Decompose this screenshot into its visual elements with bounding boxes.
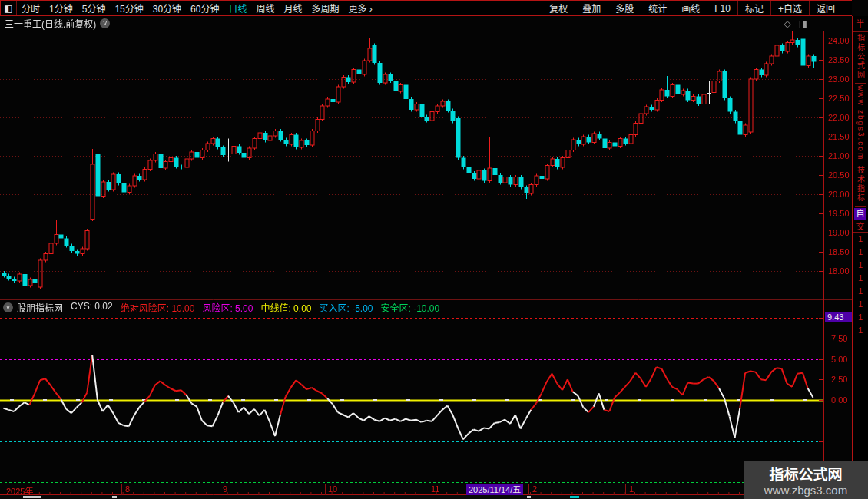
indicator-tick-label: 5.00	[831, 355, 847, 364]
sidebar-vertical-text[interactable]: 指标公式网	[855, 34, 866, 84]
sidebar-digit: 1	[853, 311, 868, 324]
title-row: 三一重工(日线.前复权) v ◇ ◨	[0, 17, 852, 30]
price-tick-label: 22.00	[828, 113, 850, 122]
indicator-collapse-icon[interactable]: v	[3, 302, 13, 312]
sidebar-vertical-text[interactable]: 技术指标	[855, 166, 866, 207]
price-tick-label: 20.00	[828, 190, 850, 199]
toolbar-button[interactable]: 多股	[608, 1, 641, 15]
toolbar-actions: 复权叠加多股统计画线F10标记+自选返回	[542, 1, 842, 15]
indicator-field: 安全区: -10.00	[381, 301, 440, 314]
indicator-value-badge: 9.43	[825, 312, 854, 322]
price-tick-label: 20.50	[828, 170, 850, 180]
x-axis-month-label: 11	[431, 484, 439, 494]
period-tab[interactable]: 更多 ›	[344, 2, 377, 15]
sidebar-highlight-tab[interactable]: 自	[854, 208, 866, 220]
panel-toggle-icon[interactable]: ◨	[799, 18, 807, 29]
price-tick-label: 19.00	[828, 228, 850, 237]
toolbar-button[interactable]: 复权	[542, 1, 575, 15]
price-tick-label: 19.50	[828, 209, 850, 218]
toolbar-button[interactable]: +自选	[770, 1, 809, 15]
watermark-url: www.zbgs3.com	[744, 484, 868, 497]
indicator-tick-label: 7.50	[831, 334, 847, 343]
indicator-values: 股朋指标网CYS: 0.02绝对风险区: 10.00风险区: 5.00中线值: …	[17, 301, 447, 314]
bottom-partial-strip	[0, 495, 868, 499]
x-axis-month-label: 10	[328, 484, 337, 494]
indicator-tick-label: 2.50	[831, 375, 847, 384]
price-tick-label: 22.50	[828, 94, 850, 103]
partial-glyph	[527, 496, 531, 498]
diamond-icon[interactable]: ◇	[784, 18, 790, 29]
sidebar-digit: 1	[853, 298, 868, 311]
x-axis-month-label: 8	[125, 484, 130, 494]
period-tab[interactable]: 周线	[251, 2, 279, 15]
period-tab[interactable]: 分时	[17, 2, 45, 15]
right-sidebar[interactable]: 半 指标公式网www.zbgs3.com技术指标 自 交 11111111	[852, 16, 868, 499]
sidebar-sub-label: 交	[853, 220, 868, 233]
partial-glyph	[23, 496, 41, 498]
price-tick-label: 18.00	[828, 266, 850, 276]
price-tick-label: 23.50	[828, 55, 850, 64]
price-tick-label: 23.00	[828, 74, 850, 84]
partial-glyph	[112, 496, 117, 498]
indicator-field: CYS: 0.02	[71, 301, 113, 314]
indicator-field: 中线值: 0.00	[260, 301, 311, 314]
indicator-header: v 股朋指标网CYS: 0.02绝对风险区: 10.00风险区: 5.00中线值…	[0, 301, 822, 314]
indicator-field: 买入区: -5.00	[319, 301, 373, 314]
indicator-field: 风险区: 5.00	[202, 301, 253, 314]
price-tick-label: 18.50	[828, 247, 850, 256]
sidebar-digit-list: 11111111	[853, 233, 868, 337]
toolbar-button[interactable]: 叠加	[575, 1, 608, 15]
watermark: 指标公式网 www.zbgs3.com	[744, 461, 868, 499]
toolbar-button[interactable]: F10	[707, 1, 737, 15]
period-tab[interactable]: 日线	[224, 2, 251, 15]
price-tick-label: 21.50	[828, 132, 850, 141]
period-tab[interactable]: 5分钟	[78, 2, 111, 15]
partial-glyph	[570, 496, 579, 498]
period-tab[interactable]: 月线	[280, 2, 307, 15]
toolbar-button[interactable]: 画线	[674, 1, 707, 15]
period-tab[interactable]: 60分钟	[186, 2, 224, 15]
x-axis-month-label: 2	[532, 484, 537, 494]
sidebar-digit: 1	[853, 233, 868, 246]
indicator-field: 股朋指标网	[17, 301, 63, 314]
period-tab[interactable]: 15分钟	[110, 2, 147, 15]
sidebar-digit: 1	[853, 272, 868, 285]
sidebar-top-label: 半	[853, 16, 868, 32]
sidebar-vertical-text[interactable]: www.zbgs3.com	[856, 85, 865, 164]
period-tab[interactable]: 30分钟	[148, 2, 186, 15]
indicator-field: 绝对风险区: 10.00	[121, 301, 195, 314]
x-axis-month-label: 1	[629, 484, 634, 494]
watermark-title: 指标公式网	[744, 463, 868, 484]
toolbar-button[interactable]: 标记	[737, 1, 770, 15]
price-tick-label: 21.00	[828, 151, 850, 160]
sidebar-digit: 1	[853, 324, 868, 337]
period-tab[interactable]: 1分钟	[45, 2, 78, 15]
crosshair-date-badge: 2025/11/14/五	[466, 484, 523, 496]
period-tab[interactable]: 多周期	[307, 2, 344, 15]
price-tick-label: 24.00	[828, 36, 850, 45]
top-toolbar: ◧ 分时1分钟5分钟15分钟30分钟60分钟日线周线月线多周期更多 › 复权叠加…	[0, 0, 852, 16]
sidebar-sections: 指标公式网www.zbgs3.com技术指标	[853, 34, 868, 207]
toolbar-button[interactable]: 返回	[809, 1, 842, 15]
sidebar-digit: 1	[853, 285, 868, 298]
period-tabs: 分时1分钟5分钟15分钟30分钟60分钟日线周线月线多周期更多 ›	[17, 2, 377, 15]
sidebar-digit: 1	[853, 259, 868, 272]
stock-title: 三一重工(日线.前复权)	[5, 17, 96, 30]
indicator-tick-label: 0.00	[831, 395, 847, 405]
sidebar-digit: 1	[853, 246, 868, 259]
toolbar-button[interactable]: 统计	[641, 1, 674, 15]
app-window: ◧ 分时1分钟5分钟15分钟30分钟60分钟日线周线月线多周期更多 › 复权叠加…	[0, 0, 868, 499]
chart-canvas[interactable]	[0, 0, 868, 499]
layout-grid-icon[interactable]: ◧	[1, 1, 17, 15]
x-axis-month-label: 9	[223, 484, 227, 494]
chevron-down-icon[interactable]: v	[100, 18, 110, 28]
